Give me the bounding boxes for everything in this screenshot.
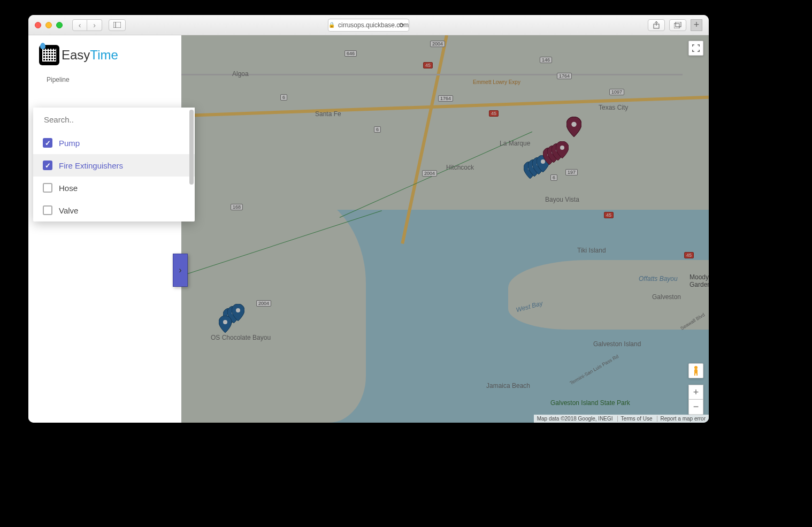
fullscreen-button[interactable] [688,41,703,56]
map[interactable]: Algoa Santa Fe Texas City La Marque Hitc… [181,35,709,423]
maximize-window-button[interactable] [56,22,63,28]
zoom-out-button[interactable]: − [688,400,703,415]
logo-icon [39,45,59,65]
svg-rect-4 [674,24,679,28]
fullscreen-icon [692,44,700,52]
titlebar: ‹ › 🔒 cirrusops.quickbase.com ⟳ + [28,15,709,35]
map-controls: + − [688,363,703,415]
search-input[interactable] [33,108,195,132]
svg-rect-20 [694,369,698,373]
dropdown-scrollbar[interactable] [189,110,194,185]
filter-dropdown: ✓ Pump ✓ Fire Extinguishers Hose Valve [33,108,195,222]
content-area: EasyTime Pipeline ✓ Pump ✓ Fire Extingui… [28,35,709,423]
map-attribution: Map data ©2018 Google, INEGI [537,416,613,422]
checkbox-icon: ✓ [43,161,52,170]
filter-item-fire-extinguishers[interactable]: ✓ Fire Extinguishers [33,154,195,177]
pegman-button[interactable] [688,363,703,378]
svg-rect-21 [694,373,695,376]
checkbox-icon: ✓ [43,138,52,148]
map-terms-link[interactable]: Terms of Use [617,416,653,422]
right-toolbar: + [648,19,702,31]
back-button[interactable]: ‹ [72,19,87,31]
sidebar-collapse-handle[interactable]: › [173,254,188,287]
logo-text: EasyTime [62,48,118,63]
new-tab-button[interactable]: + [691,19,702,31]
share-button[interactable] [648,19,665,31]
zoom-in-button[interactable]: + [688,385,703,400]
svg-rect-5 [676,22,681,27]
sidebar-toggle-button[interactable] [109,19,126,31]
filter-item-hose[interactable]: Hose [33,177,195,199]
map-footer: Map data ©2018 Google, INEGI Terms of Us… [534,415,709,423]
map-dim-overlay [181,35,709,423]
checkbox-icon [43,183,52,193]
browser-window: ‹ › 🔒 cirrusops.quickbase.com ⟳ + [28,15,709,423]
nav-buttons: ‹ › [72,19,102,31]
url-bar[interactable]: 🔒 cirrusops.quickbase.com ⟳ [328,19,409,32]
forward-button[interactable]: › [87,19,102,31]
tabs-button[interactable] [669,19,686,31]
svg-rect-0 [113,22,121,28]
filter-item-pump[interactable]: ✓ Pump [33,132,195,154]
close-window-button[interactable] [35,22,41,28]
checkbox-icon [43,205,52,215]
map-report-link[interactable]: Report a map error [657,416,706,422]
reload-icon[interactable]: ⟳ [399,21,404,29]
svg-rect-22 [696,373,698,376]
sidebar: EasyTime Pipeline [28,35,181,423]
sidebar-section-label: Pipeline [28,68,181,83]
pegman-icon [692,366,700,376]
chevron-right-icon: › [179,265,181,275]
traffic-lights [35,22,63,28]
svg-point-19 [694,366,698,369]
lock-icon: 🔒 [328,22,335,28]
filter-item-valve[interactable]: Valve [33,199,195,222]
app-logo: EasyTime [28,35,181,68]
url-text: cirrusops.quickbase.com [338,21,409,29]
minimize-window-button[interactable] [45,22,52,28]
